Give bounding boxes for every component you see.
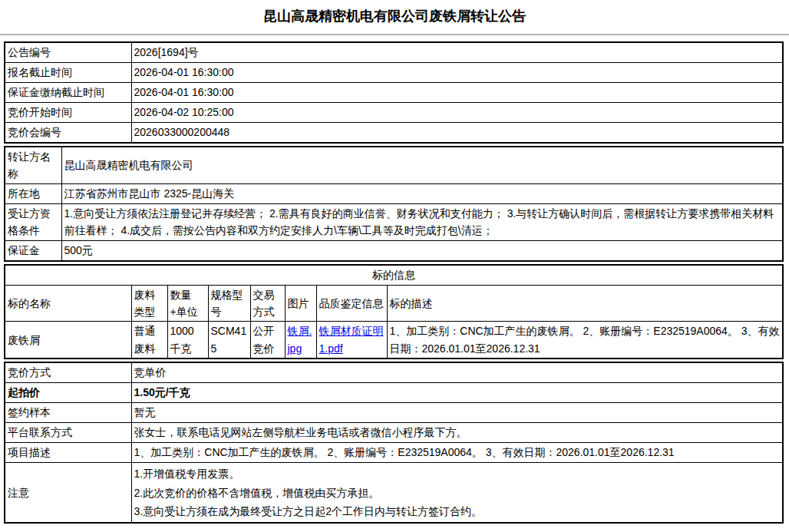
subject-description: 1、加工类别：CNC加工产生的废铁屑。 2、账册编号：E232519A0064。… <box>387 322 783 359</box>
table-row: 受让方资格条件 1.意向受让方须依法注册登记并存续经营； 2.需具有良好的商业信… <box>5 203 783 240</box>
notice-line: 3.意向受让方须在成为最终受让方之日起2个工作日内与转让方签订合约。 <box>134 503 781 520</box>
table-row: 签约样本 暂无 <box>5 403 783 423</box>
row-label: 报名截止时间 <box>5 63 131 83</box>
subject-info-table: 标的信息 标的名称 废料类型 数量+单位 规格型号 交易方式 图片 品质鉴定信息… <box>4 264 784 360</box>
notice-line: 2.此次竞价的价格不含增值税，增值税由买方承担。 <box>134 484 781 501</box>
table-row: 所在地 江苏省苏州市昆山市 2325-昆山海关 <box>5 183 783 203</box>
column-header: 图片 <box>285 285 316 322</box>
table-row: 保证金 500元 <box>5 240 783 261</box>
row-value: 昆山高晟精密机电有限公司 <box>61 147 783 183</box>
notice-content: 1.开增值税专用发票。 2.此次竞价的价格不含增值税，增值税由买方承担。 3.意… <box>131 463 783 524</box>
row-label: 受让方资格条件 <box>5 203 61 240</box>
row-label: 保证金 <box>5 240 61 261</box>
details-table: 竞价方式 竞单价 起拍价 1.50元/千克 签约样本 暂无 平台联系方式 张女士… <box>4 362 784 524</box>
subject-image-link[interactable]: 铁屑.jpg <box>288 325 312 354</box>
starting-price-row: 起拍价 1.50元/千克 <box>5 383 783 403</box>
subject-data-row: 废铁屑 普通废料 1000 千克 SCM415 公开竞价 铁屑.jpg 铁屑材质… <box>5 322 783 359</box>
row-label: 转让方名称 <box>5 147 61 183</box>
row-value: 张女士，联系电话见网站左侧导航栏业务电话或者微信小程序最下方。 <box>131 423 783 443</box>
row-value: 1.50元/千克 <box>131 383 783 403</box>
table-row: 公告编号 2026[1694]号 <box>5 42 783 63</box>
column-header-row: 标的名称 废料类型 数量+单位 规格型号 交易方式 图片 品质鉴定信息 标的描述 <box>5 285 783 322</box>
subject-spec: SCM415 <box>208 322 250 359</box>
row-label: 竞价会编号 <box>5 123 131 144</box>
table-row: 竞价方式 竞单价 <box>5 362 783 383</box>
table-row: 竞价开始时间 2026-04-02 10:25:00 <box>5 103 783 123</box>
row-value: 2026-04-02 10:25:00 <box>131 103 783 123</box>
column-header: 品质鉴定信息 <box>316 285 387 322</box>
subject-name: 废铁屑 <box>5 322 131 359</box>
row-label: 项目描述 <box>5 443 131 463</box>
subject-image-cell: 铁屑.jpg <box>285 322 316 359</box>
row-value: 竞单价 <box>131 362 783 383</box>
column-header: 交易方式 <box>250 285 285 322</box>
subject-quality-cell: 铁屑材质证明1.pdf <box>316 322 387 359</box>
notice-line: 1.开增值税专用发票。 <box>134 465 781 482</box>
announcement-table: 公告编号 2026[1694]号 报名截止时间 2026-04-01 16:30… <box>4 41 784 144</box>
table-row: 保证金缴纳截止时间 2026-04-01 16:30:00 <box>5 83 783 103</box>
table-row: 项目描述 1、加工类别：CNC加工产生的废铁屑。 2、账册编号：E232519A… <box>5 443 783 463</box>
table-row: 报名截止时间 2026-04-01 16:30:00 <box>5 63 783 83</box>
row-label: 所在地 <box>5 183 61 203</box>
column-header: 数量+单位 <box>167 285 208 322</box>
row-label: 注意 <box>5 463 131 524</box>
row-value: 2026[1694]号 <box>131 42 783 63</box>
row-label: 公告编号 <box>5 42 131 63</box>
transferor-table: 转让方名称 昆山高晟精密机电有限公司 所在地 江苏省苏州市昆山市 2325-昆山… <box>4 146 784 262</box>
column-header: 规格型号 <box>208 285 250 322</box>
row-value: 2026033000200448 <box>131 123 783 144</box>
row-label: 竞价方式 <box>5 362 131 383</box>
section-title-row: 标的信息 <box>5 265 783 286</box>
row-value: 2026-04-01 16:30:00 <box>131 63 783 83</box>
row-value: 1、加工类别：CNC加工产生的废铁屑。 2、账册编号：E232519A0064。… <box>131 443 783 463</box>
title-divider <box>0 34 789 35</box>
notice-row: 注意 1.开增值税专用发票。 2.此次竞价的价格不含增值税，增值税由买方承担。 … <box>5 463 783 524</box>
subject-quantity: 1000 千克 <box>167 322 208 359</box>
row-label: 竞价开始时间 <box>5 103 131 123</box>
row-label: 签约样本 <box>5 403 131 423</box>
table-row: 平台联系方式 张女士，联系电话见网站左侧导航栏业务电话或者微信小程序最下方。 <box>5 423 783 443</box>
subject-trade-mode: 公开竞价 <box>250 322 285 359</box>
page-title: 昆山高晟精密机电有限公司废铁屑转让公告 <box>0 0 789 26</box>
row-value: 江苏省苏州市昆山市 2325-昆山海关 <box>61 183 783 203</box>
section-title: 标的信息 <box>5 265 783 286</box>
row-value: 500元 <box>61 240 783 261</box>
column-header: 标的描述 <box>387 285 783 322</box>
quality-cert-link[interactable]: 铁屑材质证明1.pdf <box>319 325 384 354</box>
row-value: 1.意向受让方须依法注册登记并存续经营； 2.需具有良好的商业信誉、财务状况和支… <box>61 203 783 240</box>
row-label: 平台联系方式 <box>5 423 131 443</box>
row-label: 保证金缴纳截止时间 <box>5 83 131 103</box>
table-row: 竞价会编号 2026033000200448 <box>5 123 783 144</box>
row-value: 暂无 <box>131 403 783 423</box>
column-header: 废料类型 <box>131 285 167 322</box>
row-label: 起拍价 <box>5 383 131 403</box>
subject-waste-type: 普通废料 <box>131 322 167 359</box>
column-header: 标的名称 <box>5 285 131 322</box>
table-row: 转让方名称 昆山高晟精密机电有限公司 <box>5 147 783 183</box>
row-value: 2026-04-01 16:30:00 <box>131 83 783 103</box>
